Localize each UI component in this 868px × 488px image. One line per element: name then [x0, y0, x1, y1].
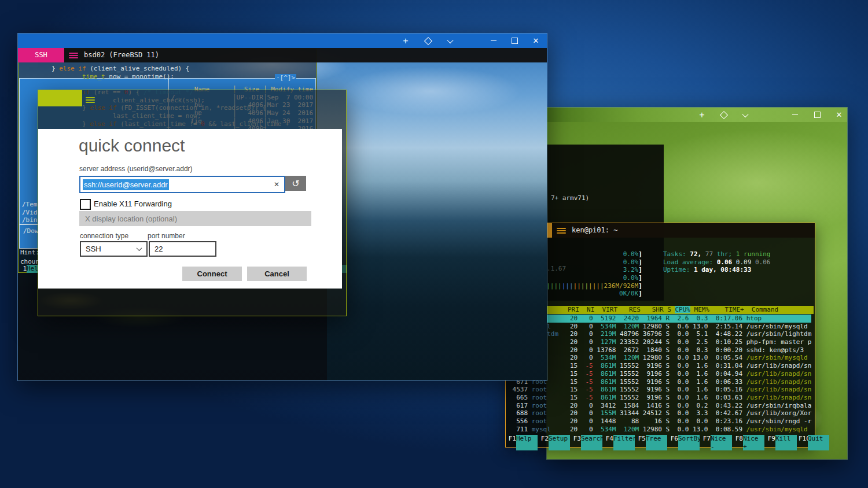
terminal-line: 671 root 15 -5 861M 15552 9196 S 0.0 1.6… — [509, 378, 811, 386]
terminal-line: 15 -5 861M 15552 9196 S 0.0 1.6 0:04.94 … — [509, 370, 811, 378]
fkey-item[interactable]: F7Nice - — [701, 435, 734, 450]
htop-tasks: Tasks: 72, 77 thr; 1 runningLoad average… — [663, 250, 770, 274]
chevron-down-icon[interactable] — [737, 108, 754, 122]
connect-button[interactable]: Connect — [182, 267, 242, 281]
new-tab-icon[interactable]: + — [693, 108, 711, 122]
connection-type-label: connection type — [80, 232, 128, 240]
minimize-button[interactable] — [485, 34, 502, 48]
x11-forwarding-checkbox[interactable] — [80, 199, 91, 210]
terminal-line: Tasks: 72, 77 thr; 1 running — [663, 250, 770, 258]
htop-tab-title[interactable]: ken@pi01: ~ — [572, 227, 617, 235]
eraser-icon[interactable] — [715, 108, 733, 122]
chevron-down-icon — [137, 245, 142, 251]
port-number-input[interactable]: 22 — [149, 241, 216, 257]
terminal-line: Load average: 0.06 0.09 0.06 — [663, 258, 770, 267]
terminal-line: 20 0 13768 2672 1840 S 0.0 0.3 0:00.20 s… — [509, 346, 811, 354]
fkey-item[interactable]: F3Search — [572, 435, 604, 450]
ssh-tab-badge[interactable]: SSH — [18, 48, 64, 62]
neofetch-fragment: 7+ armv71) — [551, 194, 589, 202]
desktop: + ✕ 7+ armv71) ken@pi01: ~ .1.67 0.0%] — [0, 0, 868, 488]
server-address-label: server address (userid@server.addr) — [79, 165, 193, 173]
terminal-line: } else if (client_alive_scheduled) { — [21, 65, 289, 73]
terminal-line: 556 root 20 0 1448 88 16 S 0.0 0.0 0:23.… — [509, 417, 811, 426]
htop-table-header[interactable]: PID USER PRI NI VIRT RES SHR S CPU% MEM%… — [506, 306, 814, 314]
hamburger-icon[interactable] — [69, 51, 78, 60]
terminal-line: 20 0 534M 120M 12980 S 0.0 13.0 0:05.54 … — [509, 354, 811, 362]
fkey-item[interactable]: F5Tree — [637, 435, 669, 450]
terminal-line: 15 -5 861M 15552 9196 S 0.0 1.6 0:31.04 … — [509, 362, 811, 370]
ssh-tabbar[interactable]: SSH bsd02 (FreeBSD 11) — [18, 48, 547, 62]
new-tab-icon[interactable]: + — [397, 34, 414, 48]
blue-titlebar[interactable]: + ✕ — [18, 34, 547, 48]
dialog-tab-badge[interactable] — [38, 90, 82, 106]
port-number-label: port number — [148, 232, 185, 240]
hamburger-icon[interactable] — [557, 227, 566, 235]
fkey-item[interactable]: F8Nice + — [734, 435, 766, 450]
maximize-button[interactable] — [506, 34, 523, 48]
fkey-item[interactable]: F10Quit — [799, 435, 831, 450]
htop-fkey-bar[interactable]: F1HelpF2SetupF3SearchF4FilterF5TreeF6Sor… — [507, 435, 814, 450]
terminal-line: 711 mysql 20 0 534M 120M 12980 S 0.0 13.… — [509, 426, 811, 434]
fkey-item[interactable]: F1Help — [507, 435, 539, 450]
cancel-button[interactable]: Cancel — [247, 267, 307, 281]
minimize-button[interactable] — [786, 108, 804, 122]
terminal-line: Uptime: 1 day, 08:48:33 — [663, 266, 770, 274]
connection-type-select[interactable]: SSH — [80, 241, 148, 257]
terminal-line: 617 root 20 0 3412 1584 1416 S 0.0 0.2 0… — [509, 402, 811, 410]
terminal-line: 20 0 127M 23352 20244 S 0.0 2.5 0:10.25 … — [509, 338, 811, 346]
quick-connect-dialog[interactable]: quick connect server address (userid@ser… — [38, 90, 347, 316]
terminal-line — [21, 80, 289, 88]
x11-forwarding-label: Enable X11 Forwarding — [94, 199, 172, 208]
server-address-input[interactable]: ssh://userid@server.addr ✕ — [79, 176, 285, 193]
eraser-icon[interactable] — [420, 34, 437, 48]
fkey-item[interactable]: F2Setup — [539, 435, 572, 450]
terminal-line: lightdm 20 0 219M 48796 36796 S 0.0 5.1 … — [509, 330, 811, 338]
terminal-line: mysql 20 0 534M 120M 12980 S 0.6 13.0 2:… — [509, 323, 811, 331]
terminal-line: 665 root 15 -5 861M 15552 9196 S 0.0 1.6… — [509, 394, 811, 402]
terminal-line: 20 0 5192 2420 1964 R 2.6 0.3 0:17.06 ht… — [509, 315, 811, 323]
terminal-line: time_t now = monotime(); — [21, 73, 289, 81]
htop-process-table[interactable]: 20 0 5192 2420 1964 R 2.6 0.3 0:17.06 ht… — [509, 315, 811, 433]
server-address-value: ssh://userid@server.addr — [83, 179, 169, 190]
x-display-input: X display location (optional) — [79, 211, 311, 226]
chevron-down-icon[interactable] — [442, 34, 459, 48]
maximize-button[interactable] — [808, 108, 826, 122]
quick-connect-form: quick connect server address (userid@ser… — [38, 129, 342, 289]
htop-panel[interactable]: ken@pi01: ~ .1.67 0.0%] 0.0%] 3.2%] 0.0%… — [505, 223, 815, 448]
green-titlebar[interactable]: + ✕ — [547, 108, 847, 122]
dialog-title: quick connect — [79, 136, 185, 156]
hamburger-icon[interactable] — [86, 96, 95, 104]
close-button[interactable]: ✕ — [527, 34, 545, 48]
history-button[interactable]: ↺ — [285, 176, 306, 191]
clear-input-icon[interactable]: ✕ — [274, 180, 279, 188]
ssh-tab-title[interactable]: bsd02 (FreeBSD 11) — [84, 51, 159, 60]
htop-tabbar[interactable]: ken@pi01: ~ — [506, 223, 815, 238]
fkey-item[interactable]: F9Kill — [766, 435, 799, 450]
fkey-item[interactable]: F6SortBy — [669, 435, 701, 450]
terminal-line: PID USER PRI NI VIRT RES SHR S CPU% MEM%… — [506, 306, 814, 314]
close-button[interactable]: ✕ — [830, 108, 848, 122]
fkey-item[interactable]: F4Filter — [604, 435, 637, 450]
history-icon: ↺ — [292, 178, 299, 189]
terminal-line: 4537 root 15 -5 861M 15552 9196 S 0.0 1.… — [509, 386, 811, 394]
terminal-line: 688 root 20 0 155M 31344 24512 S 0.0 3.3… — [509, 409, 811, 417]
